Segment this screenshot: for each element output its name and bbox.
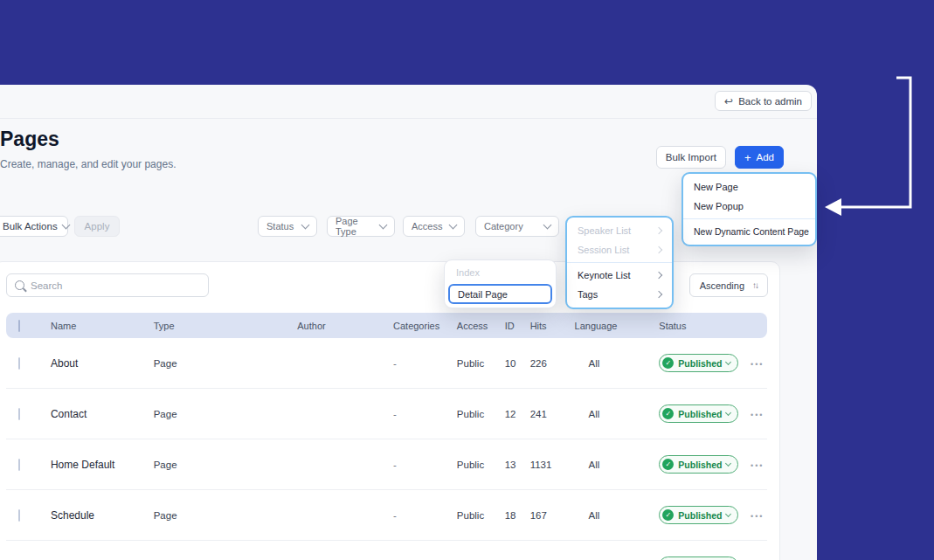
page-subtitle: Create, manage, and edit your pages. <box>0 158 176 170</box>
access-filter-select[interactable]: Access <box>403 216 465 237</box>
cell-id: 12 <box>505 409 530 419</box>
search-icon <box>15 280 24 290</box>
plus-icon: + <box>744 152 751 163</box>
column-header-id: ID <box>505 321 530 331</box>
table-row: About Page - Public 10 226 All ✓ Publish… <box>6 338 767 389</box>
cell-status: ✓ Published <box>659 455 751 474</box>
row-checkbox[interactable] <box>18 357 20 370</box>
top-bar: ↩ Back to admin <box>0 85 817 119</box>
cell-type: Page <box>154 510 298 521</box>
cell-access: Public <box>457 460 505 470</box>
status-badge-label: Published <box>678 460 722 470</box>
check-icon: ✓ <box>662 357 674 369</box>
cell-access: Public <box>457 510 505 521</box>
cell-type: Page <box>154 358 298 369</box>
bulk-import-button[interactable]: Bulk Import <box>656 146 726 169</box>
cell-status: ✓ Published <box>659 354 751 372</box>
menu-item-new-popup[interactable]: New Popup <box>683 197 815 216</box>
pages-table: Name Type Author Categories Access ID Hi… <box>6 313 767 560</box>
cell-name: Home Default <box>38 459 154 471</box>
sort-control[interactable]: Ascending ↑↓ <box>689 273 768 297</box>
menu-item-label: New Page <box>694 182 738 192</box>
column-header-type: Type <box>154 321 298 331</box>
chevron-down-icon <box>301 220 310 229</box>
menu-item-tags[interactable]: Tags <box>567 285 672 304</box>
status-filter-select[interactable]: Status <box>258 216 317 237</box>
cell-id: 10 <box>505 358 530 369</box>
cell-status: ✓ Published <box>659 506 751 524</box>
back-to-admin-button[interactable]: ↩ Back to admin <box>715 91 812 111</box>
check-icon: ✓ <box>662 509 674 521</box>
cell-type: Page <box>154 409 298 419</box>
cell-id: 13 <box>505 460 530 470</box>
table-row: Schedule Page - Public 18 167 All ✓ Publ… <box>6 490 767 541</box>
keynote-layout-submenu: Index Detail Page <box>444 259 557 308</box>
row-checkbox[interactable] <box>18 459 20 471</box>
cell-categories: - <box>393 510 457 521</box>
cell-name: About <box>38 357 154 370</box>
page-type-filter-label: Page Type <box>336 216 380 237</box>
table-row: Contact Page - Public 12 241 All ✓ Publi… <box>6 389 767 439</box>
row-actions-button[interactable]: ••• <box>751 411 764 419</box>
table-row: Home Default Page - Public 13 1131 All ✓… <box>6 439 767 490</box>
status-badge[interactable]: ✓ Published <box>659 455 738 474</box>
cell-name: Schedule <box>38 509 154 522</box>
page-type-filter-select[interactable]: Page Type <box>327 216 395 237</box>
cell-hits: 1131 <box>530 460 575 470</box>
cell-language: All <box>575 510 660 521</box>
menu-item-session-list: Session List <box>567 240 672 259</box>
chevron-down-icon <box>725 410 731 416</box>
row-checkbox[interactable] <box>18 408 20 420</box>
menu-item-detail-page[interactable]: Detail Page <box>448 284 552 304</box>
cell-language: All <box>575 460 660 470</box>
table-header-row: Name Type Author Categories Access ID Hi… <box>6 313 767 338</box>
check-icon: ✓ <box>662 408 674 419</box>
status-badge[interactable]: ✓ Published <box>659 557 738 560</box>
column-header-categories: Categories <box>393 321 457 331</box>
row-actions-button[interactable]: ••• <box>751 360 764 369</box>
chevron-down-icon <box>725 359 731 365</box>
chevron-down-icon <box>725 460 731 467</box>
column-header-status: Status <box>659 321 751 331</box>
cell-language: All <box>575 358 660 369</box>
row-actions-button[interactable]: ••• <box>751 512 764 521</box>
row-actions-button[interactable]: ••• <box>751 461 764 470</box>
menu-item-label: Detail Page <box>458 289 508 300</box>
bulk-actions-dropdown[interactable]: Bulk Actions <box>0 216 68 237</box>
status-badge[interactable]: ✓ Published <box>659 404 738 423</box>
dynamic-content-submenu: Speaker List Session List Keynote List T… <box>565 216 674 309</box>
row-checkbox[interactable] <box>18 509 20 522</box>
callout-pointer-icon <box>825 198 841 216</box>
bulk-actions-label: Bulk Actions <box>3 221 58 232</box>
category-filter-label: Category <box>484 221 523 232</box>
screen: ↩ Back to admin Pages Create, manage, an… <box>0 0 934 560</box>
chevron-down-icon <box>543 220 552 229</box>
menu-item-new-page[interactable]: New Page <box>683 177 815 197</box>
app-panel: ↩ Back to admin Pages Create, manage, an… <box>0 85 817 560</box>
menu-item-new-dynamic-content-page[interactable]: New Dynamic Content Page <box>683 222 815 241</box>
cell-id: 18 <box>505 510 530 521</box>
apply-button[interactable]: Apply <box>74 216 120 237</box>
column-header-name: Name <box>38 321 154 331</box>
cell-status: ✓ Published <box>659 557 751 560</box>
menu-item-index: Index <box>448 263 552 282</box>
chevron-down-icon <box>379 220 388 229</box>
cell-hits: 241 <box>530 409 575 419</box>
search-box[interactable] <box>6 273 209 297</box>
select-all-checkbox[interactable] <box>18 320 20 332</box>
status-badge[interactable]: ✓ Published <box>659 506 738 524</box>
menu-item-keynote-list[interactable]: Keynote List <box>567 266 672 285</box>
menu-item-label: Index <box>456 267 480 278</box>
cell-type: Page <box>154 460 298 470</box>
search-input[interactable] <box>31 280 200 291</box>
add-button[interactable]: + Add <box>735 146 784 169</box>
cell-language: All <box>575 409 660 419</box>
back-to-admin-label: Back to admin <box>738 96 802 107</box>
menu-divider <box>683 218 815 219</box>
status-badge[interactable]: ✓ Published <box>659 354 738 372</box>
sort-ascending-icon: ↑↓ <box>752 280 758 290</box>
category-filter-select[interactable]: Category <box>475 216 559 237</box>
back-arrow-icon: ↩ <box>724 96 733 107</box>
header-checkbox-cell <box>6 321 38 331</box>
cell-categories: - <box>393 358 457 369</box>
